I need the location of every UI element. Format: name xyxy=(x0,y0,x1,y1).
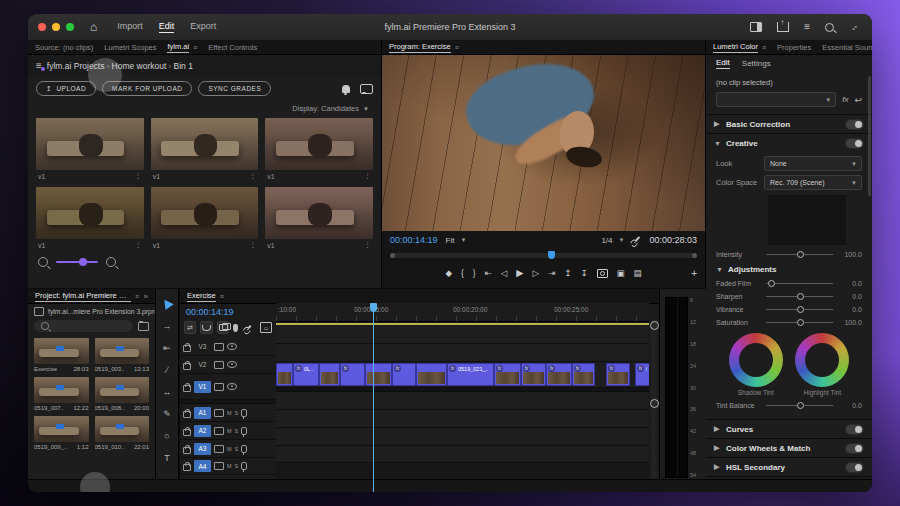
track-header-v1[interactable]: V1 xyxy=(180,374,276,400)
home-icon[interactable]: ⌂ xyxy=(90,21,97,33)
scrollbar[interactable] xyxy=(868,76,871,196)
panel-menu-icon[interactable]: ≡ xyxy=(193,44,197,51)
track-header-a2[interactable]: A2MS xyxy=(180,422,276,440)
timeline-clip[interactable]: fx0.. xyxy=(635,363,649,386)
breadcrumb-item[interactable]: Bin 1 xyxy=(174,61,193,71)
sync-lock-icon[interactable] xyxy=(214,361,224,369)
search-icon[interactable] xyxy=(825,23,834,32)
linked-selection-button[interactable] xyxy=(217,321,229,334)
tab-source-no-clips-[interactable]: Source: (no clips) xyxy=(35,43,93,52)
insert-mode-button[interactable]: ⇄ xyxy=(184,321,196,334)
sync-lock-icon[interactable] xyxy=(214,409,224,417)
timeline-clip[interactable] xyxy=(319,363,340,386)
lock-icon[interactable] xyxy=(183,429,191,436)
panel-menu-icon[interactable]: ≡ xyxy=(220,293,224,300)
lock-icon[interactable] xyxy=(183,345,191,352)
comparison-view-button[interactable]: ▣ xyxy=(617,269,625,278)
timeline-clip[interactable] xyxy=(416,363,447,386)
timeline-playhead[interactable] xyxy=(373,303,374,492)
close-window-button[interactable] xyxy=(38,23,46,31)
color-wheel-ring[interactable] xyxy=(729,333,783,387)
adjustments-header[interactable]: ▼ Adjustments xyxy=(716,265,862,274)
fx-icon[interactable]: fx xyxy=(842,95,848,104)
slider-track[interactable] xyxy=(766,322,833,323)
tab-fylm-ai[interactable]: fylm.ai≡ xyxy=(167,42,197,53)
lift-button[interactable]: ↥ xyxy=(564,269,571,278)
thumbnail-size-slider[interactable] xyxy=(56,261,98,263)
kebab-menu-icon[interactable]: ⋮ xyxy=(135,241,142,249)
timeline-clip[interactable] xyxy=(365,363,392,386)
subtab-settings[interactable]: Settings xyxy=(742,59,771,68)
mic-icon[interactable] xyxy=(241,409,247,417)
creative-header[interactable]: ▼ Creative xyxy=(706,134,872,152)
candidate-thumbnail[interactable]: v1⋮ xyxy=(36,187,144,249)
mute-button[interactable]: M xyxy=(227,463,232,469)
lock-icon[interactable] xyxy=(183,385,191,392)
share-icon[interactable] xyxy=(777,22,789,32)
project-file-row[interactable]: fylm.ai...miere Pro Extension 3.prproj xyxy=(28,304,155,318)
track-target-button[interactable]: V1 xyxy=(194,381,211,393)
tab-overflow-icon[interactable]: » xyxy=(144,292,148,301)
mute-button[interactable]: M xyxy=(227,410,232,416)
hand-tool[interactable]: ○ xyxy=(160,429,175,442)
lock-icon[interactable] xyxy=(183,411,191,418)
export-frame-button[interactable] xyxy=(597,269,608,278)
highlight-tint-wheel[interactable]: Highlight Tint xyxy=(795,333,849,396)
mic-icon[interactable] xyxy=(241,445,247,453)
project-clip[interactable]: 0519_003..13:13 xyxy=(95,338,150,372)
ripple-edit-tool[interactable]: ⇤ xyxy=(160,341,175,354)
kebab-menu-icon[interactable]: ⋮ xyxy=(249,172,256,180)
add-marker-button[interactable]: ◆ xyxy=(445,269,452,278)
slider-knob[interactable] xyxy=(797,319,804,326)
section-toggle[interactable] xyxy=(845,424,864,435)
track-target-button[interactable]: A3 xyxy=(194,443,211,455)
tab-program[interactable]: Program: Exercise ≡ xyxy=(389,42,459,53)
sync-lock-icon[interactable] xyxy=(214,343,224,351)
playhead-head[interactable] xyxy=(370,303,377,312)
button-editor-button[interactable]: + xyxy=(691,268,697,279)
tab-properties[interactable]: Properties xyxy=(777,43,811,52)
slider-knob[interactable] xyxy=(797,293,804,300)
timeline-clip[interactable]: fx0L.. xyxy=(293,363,319,386)
timeline-clip[interactable]: fx xyxy=(494,363,521,386)
tab-project[interactable]: Project: fylm.ai Premiere Pro Extension … xyxy=(35,291,139,302)
timeline-clip[interactable]: fx xyxy=(340,363,365,386)
track-target-button[interactable]: A4 xyxy=(194,460,211,472)
go-to-out-button[interactable]: ⇥ xyxy=(548,269,555,278)
section-header[interactable]: ▶Color Wheels & Match xyxy=(706,439,872,457)
slider-knob[interactable] xyxy=(797,402,804,409)
playback-resolution-dropdown[interactable]: 1/4 ▼ xyxy=(601,236,624,245)
color-wheel-ring[interactable] xyxy=(795,333,849,387)
panel-layout-icon[interactable] xyxy=(750,22,762,32)
slider-knob[interactable] xyxy=(79,258,87,266)
sync-lock-icon[interactable] xyxy=(214,445,224,453)
candidate-thumbnail[interactable]: v1⋮ xyxy=(151,187,259,249)
candidate-thumbnail[interactable]: v1⋮ xyxy=(151,118,259,180)
slider-knob[interactable] xyxy=(768,280,775,287)
nav-edit[interactable]: Edit xyxy=(159,21,175,33)
tab-lumetri-scopes[interactable]: Lumetri Scopes xyxy=(104,43,156,52)
zoom-in-icon[interactable] xyxy=(106,257,116,267)
go-to-in-button[interactable]: ⇤ xyxy=(485,269,492,278)
basic-correction-header[interactable]: ▶ Basic Correction xyxy=(706,115,872,133)
sync-lock-icon[interactable] xyxy=(214,383,224,391)
step-forward-button[interactable]: ▷ xyxy=(533,269,540,278)
candidate-thumbnail[interactable]: v1⋮ xyxy=(36,118,144,180)
timeline-clip[interactable]: fx xyxy=(572,363,595,386)
timeline-clip[interactable]: fx xyxy=(546,363,572,386)
track-output-icon[interactable] xyxy=(227,343,237,350)
slider-knob[interactable] xyxy=(797,306,804,313)
timeline-timecode[interactable]: 00:00:14:19 xyxy=(180,303,276,319)
project-clip[interactable]: 0519_010..22:01 xyxy=(95,416,150,450)
panel-menu-icon[interactable]: ≡ xyxy=(135,293,139,300)
timeline-clip[interactable]: fx0519_021_.. xyxy=(447,363,494,386)
section-toggle[interactable] xyxy=(845,462,864,473)
search-input[interactable] xyxy=(34,320,133,332)
timeline-clip[interactable]: fx xyxy=(392,363,416,386)
feedback-icon[interactable] xyxy=(360,84,373,94)
mark-in-button[interactable]: { xyxy=(461,269,464,278)
zoom-window-button[interactable] xyxy=(66,23,74,31)
slip-tool[interactable]: ↔ xyxy=(160,385,175,398)
upload-button[interactable]: ↥UPLOAD xyxy=(36,81,96,96)
candidate-thumbnail[interactable]: v1⋮ xyxy=(265,187,373,249)
